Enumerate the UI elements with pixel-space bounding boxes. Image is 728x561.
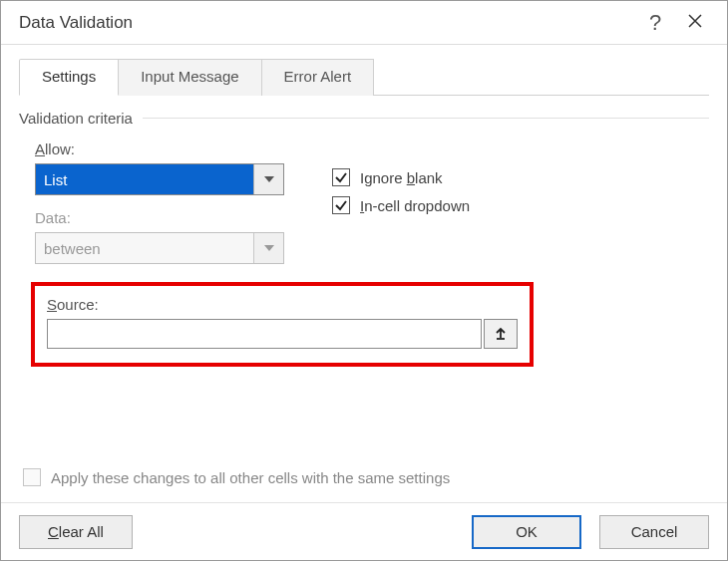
cancel-button[interactable]: Cancel xyxy=(599,515,709,549)
section-label: Validation criteria xyxy=(19,110,133,127)
button-bar: Clear All OK Cancel xyxy=(1,502,727,560)
tab-input-message[interactable]: Input Message xyxy=(119,59,261,96)
check-icon xyxy=(334,198,348,212)
chevron-down-icon xyxy=(264,245,274,251)
chevron-down-icon xyxy=(264,176,274,182)
dialog-title: Data Validation xyxy=(19,13,635,33)
data-dropdown-button xyxy=(253,233,283,263)
ok-button[interactable]: OK xyxy=(472,515,581,549)
help-button[interactable]: ? xyxy=(635,10,675,36)
data-label: Data: xyxy=(35,209,304,226)
allow-dropdown-button[interactable] xyxy=(253,164,283,194)
tab-settings[interactable]: Settings xyxy=(19,59,119,96)
allow-label: Allow: xyxy=(35,140,304,157)
source-label: Source: xyxy=(47,296,518,313)
close-icon xyxy=(687,13,703,29)
source-highlight-box: Source: xyxy=(31,282,534,367)
ignore-blank-label: Ignore blank xyxy=(360,169,443,186)
apply-changes-label: Apply these changes to all other cells w… xyxy=(51,469,450,486)
source-input[interactable] xyxy=(47,319,482,349)
allow-combo[interactable]: List xyxy=(35,163,284,195)
section-header: Validation criteria xyxy=(19,110,709,127)
tab-error-alert[interactable]: Error Alert xyxy=(262,59,375,96)
tab-bar: Settings Input Message Error Alert xyxy=(19,59,709,96)
data-value: between xyxy=(36,233,253,263)
incell-dropdown-checkbox[interactable] xyxy=(332,196,350,214)
data-combo: between xyxy=(35,232,284,264)
collapse-dialog-icon xyxy=(494,327,508,341)
ignore-blank-checkbox[interactable] xyxy=(332,168,350,186)
section-divider xyxy=(143,118,709,119)
title-bar: Data Validation ? xyxy=(1,1,727,45)
incell-dropdown-row: In-cell dropdown xyxy=(332,196,470,214)
clear-all-button[interactable]: Clear All xyxy=(19,515,133,549)
allow-value: List xyxy=(36,164,253,194)
apply-changes-checkbox xyxy=(23,468,41,486)
range-selector-button[interactable] xyxy=(484,319,518,349)
apply-changes-row: Apply these changes to all other cells w… xyxy=(23,468,450,486)
close-button[interactable] xyxy=(675,13,715,32)
incell-dropdown-label: In-cell dropdown xyxy=(360,197,470,214)
ignore-blank-row: Ignore blank xyxy=(332,168,470,186)
check-icon xyxy=(334,170,348,184)
